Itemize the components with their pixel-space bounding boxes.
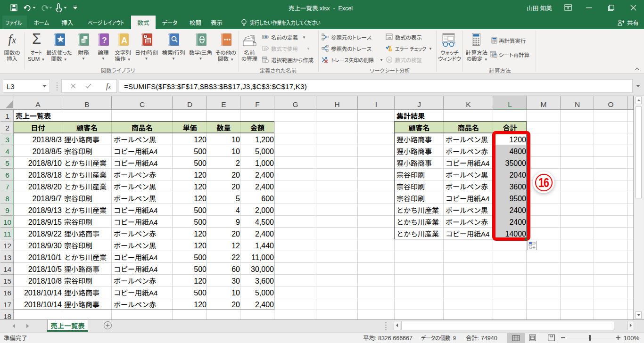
svg-text:!: ! (390, 46, 391, 52)
svg-text:A: A (121, 36, 127, 45)
svg-text:?: ? (102, 36, 107, 45)
svg-text:15: 15 (387, 36, 391, 40)
svg-text:fx: fx (388, 57, 391, 62)
svg-text:fx: fx (264, 46, 267, 51)
